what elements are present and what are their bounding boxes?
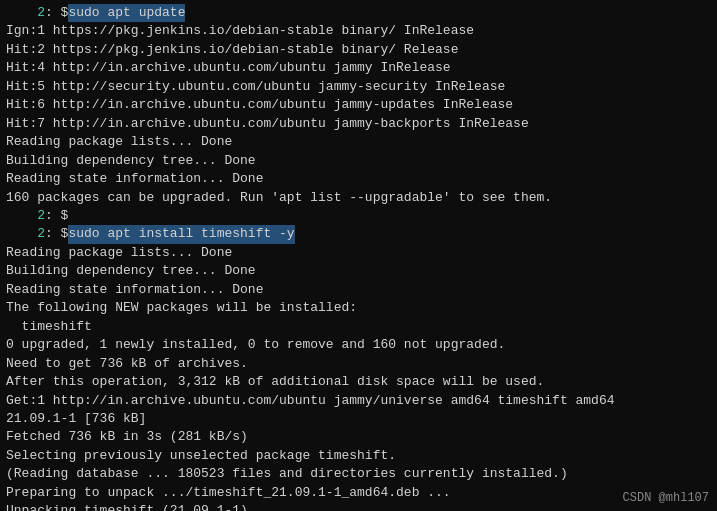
output-line-8: Building dependency tree... Done bbox=[6, 152, 711, 170]
output-line-23: (Reading database ... 180523 files and d… bbox=[6, 465, 711, 483]
command-apt-update: sudo apt update bbox=[68, 4, 185, 22]
output-line-10: 160 packages can be upgraded. Run 'apt l… bbox=[6, 189, 711, 207]
output-line-15: timeshift bbox=[6, 318, 711, 336]
output-line-12: Building dependency tree... Done bbox=[6, 262, 711, 280]
output-line-4: Hit:5 http://security.ubuntu.com/ubuntu … bbox=[6, 78, 711, 96]
output-line-18: After this operation, 3,312 kB of additi… bbox=[6, 373, 711, 391]
output-line-19: Get:1 http://in.archive.ubuntu.com/ubunt… bbox=[6, 392, 711, 410]
prompt-dollar-3: : $ bbox=[45, 225, 68, 243]
prompt-dollar: : $ bbox=[45, 4, 68, 22]
terminal-window: 2 : $ sudo apt update Ign:1 https://pkg.… bbox=[0, 0, 717, 511]
output-line-5: Hit:6 http://in.archive.ubuntu.com/ubunt… bbox=[6, 96, 711, 114]
output-line-7: Reading package lists... Done bbox=[6, 133, 711, 151]
output-line-14: The following NEW packages will be insta… bbox=[6, 299, 711, 317]
output-line-2: Hit:2 https://pkg.jenkins.io/debian-stab… bbox=[6, 41, 711, 59]
command-apt-install: sudo apt install timeshift -y bbox=[68, 225, 294, 243]
terminal-line-1: 2 : $ sudo apt update bbox=[6, 4, 711, 22]
output-line-11: Reading package lists... Done bbox=[6, 244, 711, 262]
output-line-17: Need to get 736 kB of archives. bbox=[6, 355, 711, 373]
output-line-25: Unpacking timeshift (21.09.1-1) ... bbox=[6, 502, 711, 511]
output-line-9: Reading state information... Done bbox=[6, 170, 711, 188]
prompt-number: 2 bbox=[6, 4, 45, 22]
output-line-22: Selecting previously unselected package … bbox=[6, 447, 711, 465]
output-line-6: Hit:7 http://in.archive.ubuntu.com/ubunt… bbox=[6, 115, 711, 133]
output-line-21: Fetched 736 kB in 3s (281 kB/s) bbox=[6, 428, 711, 446]
watermark-text: CSDN @mhl107 bbox=[623, 491, 709, 505]
prompt-dollar-2: : $ bbox=[45, 207, 68, 225]
output-line-13: Reading state information... Done bbox=[6, 281, 711, 299]
output-line-3: Hit:4 http://in.archive.ubuntu.com/ubunt… bbox=[6, 59, 711, 77]
output-line-24: Preparing to unpack .../timeshift_21.09.… bbox=[6, 484, 711, 502]
output-line-16: 0 upgraded, 1 newly installed, 0 to remo… bbox=[6, 336, 711, 354]
terminal-line-empty: 2 : $ bbox=[6, 207, 711, 225]
output-line-20: 21.09.1-1 [736 kB] bbox=[6, 410, 711, 428]
prompt-number-3: 2 bbox=[6, 225, 45, 243]
terminal-line-2: 2 : $ sudo apt install timeshift -y bbox=[6, 225, 711, 243]
prompt-number-2: 2 bbox=[6, 207, 45, 225]
output-line-1: Ign:1 https://pkg.jenkins.io/debian-stab… bbox=[6, 22, 711, 40]
